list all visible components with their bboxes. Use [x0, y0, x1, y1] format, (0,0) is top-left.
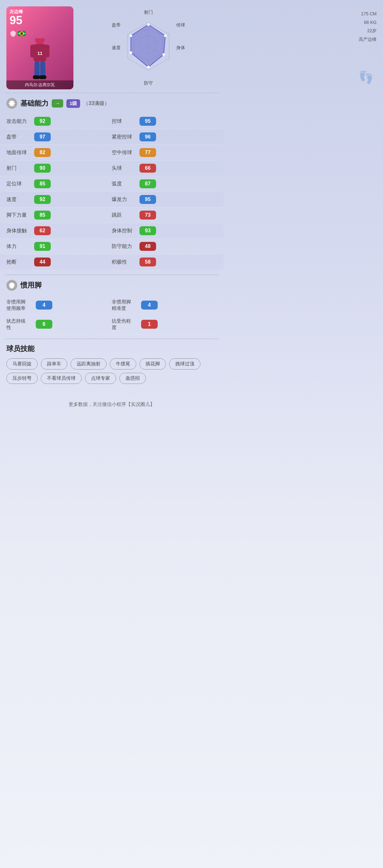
stat-item-right: 积极性 58 [112, 257, 217, 267]
table-row: 地面传球 82 空中传球 77 [6, 145, 217, 160]
stat-name: 体力 [6, 243, 30, 250]
table-row: 抢断 44 积极性 58 [0, 254, 224, 270]
svg-rect-10 [39, 75, 46, 79]
radar-label-bottom: 防守 [144, 81, 153, 86]
stat-item-left: 身体接触 62 [6, 226, 112, 235]
stat-value: 95 [140, 195, 156, 204]
stat-name: 头球 [112, 165, 136, 172]
stat-item-right: 跳跃 73 [112, 211, 217, 220]
radar-label-tl: 盘带 [112, 22, 121, 28]
table-row: 攻击能力 92 控球 95 [6, 114, 217, 129]
stat-name: 速度 [6, 196, 30, 203]
player-card: 左边锋 95 [6, 6, 73, 89]
stat-value: 95 [140, 117, 156, 126]
stat-value: 93 [140, 226, 156, 235]
stat-item-left: 速度 92 [6, 195, 112, 204]
footer-text: 更多数据，关注微信小程序【实况圈儿】 [69, 401, 155, 407]
radar-label-tr: 传球 [176, 22, 185, 28]
stat-value: 48 [140, 242, 156, 251]
radar-area: 射门 传球 身体 防守 速度 盘带 [80, 6, 217, 89]
stat-item-right: 紧密控球 96 [112, 132, 217, 142]
ability-header: 基础能力 → 1级 （33满级） [6, 98, 217, 109]
foot-stat-name: 非惯用脚使用频率 [6, 299, 32, 311]
foot-stat-value: 4 [36, 301, 52, 310]
foot-stat-value: 6 [36, 320, 52, 329]
table-row: 非惯用脚使用频率 4 非惯用脚精准度 4 [6, 296, 217, 315]
stat-value: 96 [140, 132, 156, 142]
svg-point-20 [164, 34, 167, 37]
svg-rect-5 [30, 45, 35, 57]
table-row: 定位球 85 弧度 87 [6, 176, 217, 192]
player-rating: 95 [9, 15, 70, 26]
skill-tag: 挑球过顶 [169, 359, 201, 370]
foot-stat-value: 1 [141, 320, 158, 329]
stat-name: 身体控制 [112, 227, 136, 234]
stat-item-right: 控球 95 [112, 117, 217, 126]
stat-value: 97 [34, 132, 51, 142]
svg-rect-7 [34, 61, 39, 77]
table-row: 状态持续性 6 抗受伤程度 1 [6, 315, 217, 334]
table-row: 身体接触 62 身体控制 93 [0, 223, 224, 239]
ability-title: 基础能力 [21, 99, 49, 108]
stat-item-left: 攻击能力 92 [6, 117, 112, 126]
stat-value: 85 [34, 211, 51, 220]
foot-icon-badge [6, 280, 17, 291]
skills-section: 球员技能 马赛回旋 踩单车 远距离抽射 牛摆尾 插花脚 挑球过顶 压步转弯 不看… [0, 339, 224, 389]
stat-item-right: 弧度 87 [112, 179, 217, 188]
radar-label-left: 速度 [112, 45, 121, 51]
table-row: 速度 92 爆发力 95 [0, 192, 224, 208]
skill-tag: 点球专家 [85, 373, 116, 384]
stat-value: 44 [34, 257, 51, 267]
skill-tag: 蛊惑招 [119, 373, 146, 384]
stat-name: 控球 [112, 118, 136, 125]
stat-value: 62 [34, 226, 51, 235]
stat-item-right: 防守能力 48 [112, 242, 217, 251]
stat-item-left: 体力 91 [6, 242, 112, 251]
stat-name: 紧密控球 [112, 134, 136, 141]
level-info: （33满级） [83, 100, 110, 107]
foot-stat-right: 抗受伤程度 1 [112, 318, 217, 330]
skill-tag: 不看球员传球 [41, 373, 82, 384]
shield-icon [8, 282, 15, 289]
radar-label-right: 身体 [176, 45, 185, 51]
stat-name: 弧度 [112, 181, 136, 187]
foot-stats-table: 非惯用脚使用频率 4 非惯用脚精准度 4 状态持续性 6 抗受伤程度 1 [6, 296, 217, 334]
stat-value: 82 [34, 148, 51, 157]
level-badge: 1级 [66, 99, 80, 108]
stat-name: 定位球 [6, 181, 30, 187]
stat-value: 85 [34, 179, 51, 188]
stat-item-right: 空中传球 77 [112, 148, 217, 157]
skills-title: 球员技能 [6, 344, 217, 353]
stat-name: 积极性 [112, 259, 136, 266]
skill-tag: 远距离抽射 [70, 359, 107, 370]
stat-name: 跳跃 [112, 212, 136, 219]
level-arrow: → [52, 99, 63, 107]
stat-value: 91 [34, 242, 51, 251]
svg-point-22 [147, 66, 150, 68]
gear-icon [8, 100, 15, 107]
stat-item-left: 定位球 85 [6, 179, 112, 188]
foot-stat-right: 非惯用脚精准度 4 [112, 299, 217, 311]
foot-section: 惯用脚 非惯用脚使用频率 4 非惯用脚精准度 4 状态持续性 6 抗受伤程度 1 [0, 275, 224, 339]
stat-value: 87 [140, 179, 156, 188]
player-icons [6, 29, 73, 38]
stat-value: 66 [140, 164, 156, 173]
foot-stat-name: 状态持续性 [6, 318, 32, 330]
svg-point-23 [129, 51, 132, 54]
ability-section: 基础能力 → 1级 （33满级） 攻击能力 92 控球 95 盘带 97 紧密控… [0, 93, 224, 274]
svg-point-21 [163, 53, 165, 56]
skills-container: 马赛回旋 踩单车 远距离抽射 牛摆尾 插花脚 挑球过顶 压步转弯 不看球员传球 … [6, 359, 217, 384]
foot-stat-left: 状态持续性 6 [6, 318, 112, 330]
stat-value: 73 [140, 211, 156, 220]
foot-header: 惯用脚 [6, 280, 217, 291]
skill-tag: 踩单车 [41, 359, 67, 370]
stat-item-left: 盘带 97 [6, 132, 112, 142]
stat-name: 射门 [6, 165, 30, 172]
stat-name: 盘带 [6, 134, 30, 141]
skill-tag: 马赛回旋 [6, 359, 38, 370]
svg-point-2 [21, 32, 23, 35]
stat-item-left: 射门 90 [6, 164, 112, 173]
stat-value: 92 [34, 117, 51, 126]
svg-point-3 [35, 38, 45, 45]
stat-value: 77 [140, 148, 156, 157]
